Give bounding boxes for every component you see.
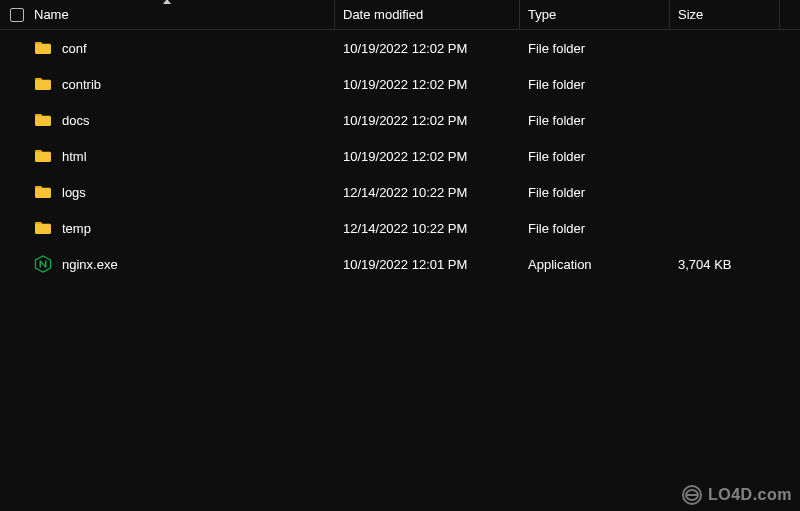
cell-date: 10/19/2022 12:01 PM bbox=[335, 257, 520, 272]
cell-date: 10/19/2022 12:02 PM bbox=[335, 149, 520, 164]
folder-icon bbox=[34, 219, 52, 237]
file-name-label: html bbox=[62, 149, 87, 164]
file-name-label: contrib bbox=[62, 77, 101, 92]
table-row[interactable]: contrib10/19/2022 12:02 PMFile folder bbox=[0, 66, 800, 102]
column-header-spacer bbox=[780, 0, 800, 29]
column-header-size[interactable]: Size bbox=[670, 0, 780, 29]
folder-icon bbox=[34, 39, 52, 57]
file-list: conf10/19/2022 12:02 PMFile foldercontri… bbox=[0, 30, 800, 282]
table-row[interactable]: logs12/14/2022 10:22 PMFile folder bbox=[0, 174, 800, 210]
cell-date: 10/19/2022 12:02 PM bbox=[335, 113, 520, 128]
cell-type: Application bbox=[520, 257, 670, 272]
column-header-type[interactable]: Type bbox=[520, 0, 670, 29]
nginx-app-icon bbox=[34, 255, 52, 273]
column-header-date-label: Date modified bbox=[343, 7, 423, 22]
file-name-label: temp bbox=[62, 221, 91, 236]
table-row[interactable]: html10/19/2022 12:02 PMFile folder bbox=[0, 138, 800, 174]
watermark: LO4D.com bbox=[682, 485, 792, 505]
cell-type: File folder bbox=[520, 113, 670, 128]
sort-ascending-icon bbox=[163, 0, 171, 4]
column-header-date[interactable]: Date modified bbox=[335, 0, 520, 29]
cell-type: File folder bbox=[520, 221, 670, 236]
column-header-name-label: Name bbox=[34, 7, 69, 22]
file-name-label: docs bbox=[62, 113, 89, 128]
cell-date: 12/14/2022 10:22 PM bbox=[335, 185, 520, 200]
folder-icon bbox=[34, 183, 52, 201]
file-name-label: logs bbox=[62, 185, 86, 200]
cell-name[interactable]: nginx.exe bbox=[0, 255, 335, 273]
folder-icon bbox=[34, 147, 52, 165]
folder-icon bbox=[34, 75, 52, 93]
cell-size: 3,704 KB bbox=[670, 257, 780, 272]
cell-date: 10/19/2022 12:02 PM bbox=[335, 77, 520, 92]
column-header-size-label: Size bbox=[678, 7, 703, 22]
table-row[interactable]: temp12/14/2022 10:22 PMFile folder bbox=[0, 210, 800, 246]
cell-name[interactable]: temp bbox=[0, 219, 335, 237]
cell-name[interactable]: logs bbox=[0, 183, 335, 201]
column-header-name[interactable]: Name bbox=[0, 0, 335, 29]
column-header-type-label: Type bbox=[528, 7, 556, 22]
cell-name[interactable]: contrib bbox=[0, 75, 335, 93]
watermark-text: LO4D.com bbox=[708, 486, 792, 504]
table-row[interactable]: nginx.exe10/19/2022 12:01 PMApplication3… bbox=[0, 246, 800, 282]
column-header-row: Name Date modified Type Size bbox=[0, 0, 800, 30]
table-row[interactable]: conf10/19/2022 12:02 PMFile folder bbox=[0, 30, 800, 66]
cell-date: 10/19/2022 12:02 PM bbox=[335, 41, 520, 56]
select-all-checkbox[interactable] bbox=[10, 8, 24, 22]
cell-type: File folder bbox=[520, 77, 670, 92]
cell-name[interactable]: html bbox=[0, 147, 335, 165]
cell-type: File folder bbox=[520, 185, 670, 200]
cell-type: File folder bbox=[520, 149, 670, 164]
folder-icon bbox=[34, 111, 52, 129]
file-name-label: conf bbox=[62, 41, 87, 56]
cell-type: File folder bbox=[520, 41, 670, 56]
cell-date: 12/14/2022 10:22 PM bbox=[335, 221, 520, 236]
globe-icon bbox=[682, 485, 702, 505]
file-name-label: nginx.exe bbox=[62, 257, 118, 272]
cell-name[interactable]: docs bbox=[0, 111, 335, 129]
cell-name[interactable]: conf bbox=[0, 39, 335, 57]
table-row[interactable]: docs10/19/2022 12:02 PMFile folder bbox=[0, 102, 800, 138]
